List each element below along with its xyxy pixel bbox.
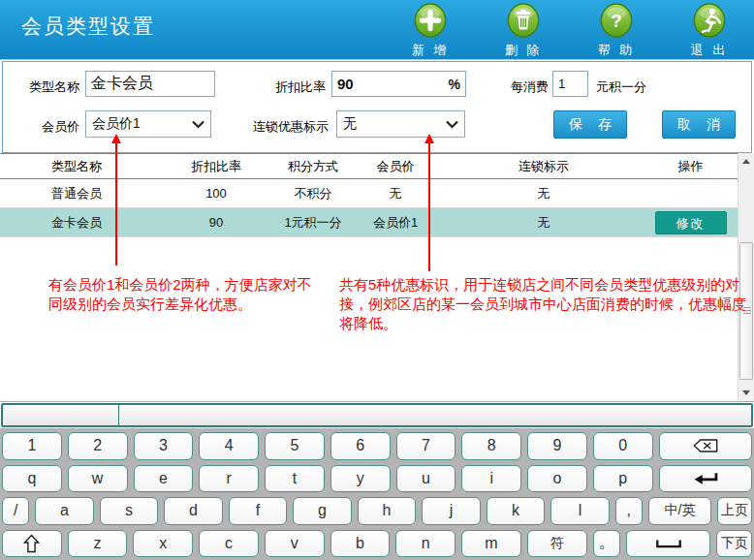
key-7[interactable]: 7: [396, 432, 456, 460]
annotation-arrow-right: [428, 143, 430, 271]
per-consume-input[interactable]: 1: [552, 71, 588, 97]
toolbar-label: 退 出: [691, 42, 729, 59]
key-t[interactable]: t: [265, 465, 325, 493]
key-l[interactable]: l: [550, 497, 609, 525]
exit-button[interactable]: 退 出: [678, 3, 740, 59]
member-price-label: 会员价: [42, 118, 79, 136]
help-button[interactable]: ?帮 助: [585, 3, 647, 59]
key-j[interactable]: j: [422, 497, 480, 525]
delete-button[interactable]: 删 除: [492, 3, 554, 59]
keyboard-row: /asdfghjkl,中/英上页: [2, 497, 752, 525]
member-price-select[interactable]: 会员价1: [85, 110, 211, 138]
column-header: 连锁标示: [444, 158, 644, 175]
cancel-button[interactable]: 取 消: [662, 110, 736, 139]
annotation-arrowhead-right: [424, 134, 434, 143]
table-cell: 金卡会员: [0, 214, 153, 232]
key-n[interactable]: n: [395, 530, 456, 558]
key-e[interactable]: e: [134, 465, 194, 493]
save-button[interactable]: 保 存: [553, 110, 627, 139]
key-space[interactable]: [626, 530, 710, 558]
page-title: 会员类型设置: [21, 13, 155, 40]
key-z[interactable]: z: [68, 530, 128, 558]
shift-icon: [23, 534, 40, 553]
key-f[interactable]: f: [229, 497, 287, 525]
column-header: 操作: [644, 158, 738, 175]
key-o[interactable]: o: [527, 465, 587, 493]
scroll-up-icon: [742, 159, 750, 164]
key-v[interactable]: v: [265, 530, 325, 558]
discount-input[interactable]: 90 %: [331, 71, 466, 97]
key-2[interactable]: 2: [68, 432, 128, 460]
table-cell: 1元积一分: [279, 214, 347, 232]
key-3[interactable]: 3: [134, 432, 194, 460]
key-。[interactable]: 。: [593, 530, 621, 558]
key-上页[interactable]: 上页: [717, 497, 752, 525]
annotation-right: 共有5种优惠标识，用于连锁店之间不同会员类型优惠级别的对接，例郊区店的某一会员到…: [339, 275, 750, 333]
key-p[interactable]: p: [593, 465, 653, 493]
ime-bar: [1, 403, 753, 427]
key-6[interactable]: 6: [330, 432, 391, 460]
keyboard-row: zxcvbnm符。下页: [2, 530, 752, 558]
key-enter[interactable]: [659, 465, 752, 493]
key-s[interactable]: s: [100, 497, 158, 525]
key-b[interactable]: b: [330, 530, 391, 558]
keyboard-row: qwertyuiop: [2, 465, 752, 493]
key-r[interactable]: r: [199, 465, 259, 493]
key-h[interactable]: h: [358, 497, 416, 525]
key-a[interactable]: a: [35, 497, 93, 525]
key-k[interactable]: k: [487, 497, 545, 525]
key-x[interactable]: x: [133, 530, 193, 558]
virtual-keyboard: 1234567890qwertyuiop/asdfghjkl,中/英上页zxcv…: [0, 428, 754, 560]
space-icon: [656, 536, 681, 551]
key-1[interactable]: 1: [2, 432, 62, 460]
key-符[interactable]: 符: [527, 530, 587, 558]
table-row[interactable]: 金卡会员901元积一分会员价1无修改: [0, 208, 738, 237]
toolbar-label: 新 增: [412, 42, 450, 59]
key-u[interactable]: u: [396, 465, 456, 493]
table-cell: 不积分: [279, 185, 347, 202]
member-price-value: 会员价1: [92, 115, 141, 133]
key-下页[interactable]: 下页: [716, 530, 752, 558]
key-y[interactable]: y: [330, 465, 391, 493]
key-backspace[interactable]: [659, 432, 752, 460]
svg-text:?: ?: [611, 11, 622, 31]
table-row[interactable]: 普通会员100不积分无无: [0, 179, 738, 208]
key-shift[interactable]: [2, 530, 62, 558]
key-w[interactable]: w: [68, 465, 128, 493]
chevron-down-icon: [446, 120, 458, 129]
key-m[interactable]: m: [461, 530, 521, 558]
key-0[interactable]: 0: [593, 432, 653, 460]
table-cell: 普通会员: [0, 185, 153, 202]
scroll-up-button[interactable]: [738, 153, 754, 170]
chain-mark-label: 连锁优惠标示: [253, 118, 329, 136]
key-,[interactable]: ,: [615, 497, 643, 525]
key-中/英[interactable]: 中/英: [648, 497, 711, 525]
discount-label: 折扣比率: [275, 78, 326, 96]
per-consume-suffix: 元积一分: [596, 78, 646, 96]
key-4[interactable]: 4: [199, 432, 259, 460]
key-c[interactable]: c: [199, 530, 259, 558]
key-9[interactable]: 9: [527, 432, 587, 460]
key-i[interactable]: i: [461, 465, 521, 493]
key-d[interactable]: d: [164, 497, 222, 525]
key-q[interactable]: q: [2, 465, 62, 493]
key-/[interactable]: /: [2, 497, 29, 525]
key-8[interactable]: 8: [461, 432, 521, 460]
chain-mark-select[interactable]: 无: [336, 110, 465, 138]
table-cell: 无: [444, 185, 644, 202]
toolbar-label: 删 除: [505, 42, 543, 59]
scroll-down-button[interactable]: [738, 385, 754, 401]
exit-icon: [693, 3, 726, 40]
trash-icon: [507, 3, 540, 40]
column-header: 类型名称: [0, 158, 153, 175]
add-button[interactable]: 新 增: [399, 3, 461, 59]
table-cell: 90: [153, 215, 279, 230]
key-5[interactable]: 5: [265, 432, 325, 460]
toolbar-label: 帮 助: [598, 42, 636, 59]
modify-button[interactable]: 修改: [655, 211, 727, 234]
column-header: 积分方式: [279, 158, 347, 175]
type-name-input[interactable]: 金卡会员: [85, 71, 215, 97]
key-g[interactable]: g: [293, 497, 351, 525]
per-consume-label: 每消费: [511, 78, 549, 96]
plus-icon: [414, 3, 447, 40]
